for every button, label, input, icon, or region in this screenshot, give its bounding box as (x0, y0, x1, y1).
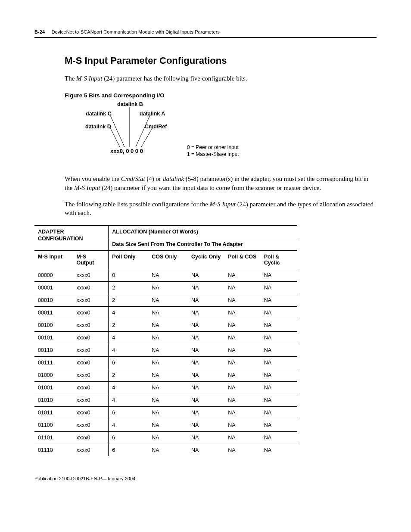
table-cell: NA (224, 344, 261, 357)
table-cell: NA (188, 332, 224, 344)
table-cell: xxxx0 (73, 432, 109, 444)
figure-label-datalink-a: datalink A (140, 111, 165, 117)
text-emph: M-S Input (210, 201, 236, 208)
table-cell: 00110 (34, 344, 73, 357)
table-cell: xxxx0 (73, 307, 109, 319)
table-cell: 4 (109, 344, 148, 357)
th-allocation: ALLOCATION (Number Of Words) (109, 225, 297, 238)
th-poll-only: Poll Only (109, 251, 148, 269)
table-cell: 4 (109, 419, 148, 432)
table-row: 00111xxxx06NANANANA (34, 357, 297, 369)
table-row: 01001xxxx04NANANANA (34, 382, 297, 394)
th-ms-output: M-S Output (73, 251, 109, 269)
table-cell: NA (261, 294, 297, 307)
table-row: 00110xxxx04NANANANA (34, 344, 297, 357)
table-cell: NA (148, 332, 188, 344)
paragraph-table-intro: The following table lists possible confi… (65, 200, 377, 218)
figure-bits-io: datalink B datalink C datalink A datalin… (65, 101, 377, 162)
table-cell: 01010 (34, 394, 73, 407)
table-cell: 01101 (34, 432, 73, 444)
table-cell: 4 (109, 307, 148, 319)
table-cell: NA (261, 407, 297, 419)
table-cell: NA (261, 282, 297, 294)
svg-line-4 (141, 127, 153, 147)
table-cell: xxxx0 (73, 394, 109, 407)
table-cell: xxxx0 (73, 369, 109, 382)
table-row: 01100xxxx04NANANANA (34, 419, 297, 432)
text: (24) parameter has the following five co… (102, 75, 247, 82)
text-emph: Cmd/Stat (121, 175, 145, 182)
table-cell: NA (224, 282, 261, 294)
table-cell: NA (261, 269, 297, 282)
text: (24) parameter if you want the input dat… (100, 184, 321, 191)
table-cell: 2 (109, 319, 148, 332)
svg-line-1 (110, 127, 120, 147)
th-poll-cyclic: Poll & Cyclic (261, 251, 297, 269)
intro-paragraph: The M-S Input (24) parameter has the fol… (65, 74, 377, 83)
table-cell: NA (148, 307, 188, 319)
table-cell: NA (188, 319, 224, 332)
table-cell: xxxx0 (73, 269, 109, 282)
table-cell: 2 (109, 294, 148, 307)
table-cell: 01011 (34, 407, 73, 419)
table-cell: NA (148, 269, 188, 282)
table-cell: NA (261, 432, 297, 444)
table-cell: NA (224, 357, 261, 369)
table-cell: NA (261, 332, 297, 344)
th-ms-input: M-S Input (34, 251, 73, 269)
table-row: 00100xxxx02NANANANA (34, 319, 297, 332)
table-cell: xxxx0 (73, 319, 109, 332)
table-cell: NA (148, 407, 188, 419)
table-cell: NA (261, 419, 297, 432)
running-header: B-24 DeviceNet to SCANport Communication… (34, 29, 377, 38)
table-cell: NA (224, 294, 261, 307)
th-data-size: Data Size Sent From The Controller To Th… (109, 238, 297, 251)
table-cell: NA (188, 269, 224, 282)
figure-bits: xxx0, 0 0 0 0 (110, 148, 143, 154)
table-cell: NA (224, 444, 261, 457)
table-cell: NA (148, 394, 188, 407)
text-emph: M-S Input (74, 184, 100, 191)
table-cell: NA (224, 319, 261, 332)
text: The following table lists possible confi… (65, 201, 210, 208)
table-cell: xxxx0 (73, 382, 109, 394)
table-cell: 01000 (34, 369, 73, 382)
table-cell: NA (224, 407, 261, 419)
text: (4) or (145, 175, 163, 182)
table-cell: NA (261, 394, 297, 407)
table-cell: NA (224, 332, 261, 344)
table-cell: NA (188, 369, 224, 382)
table-row: 00001xxxx02NANANANA (34, 282, 297, 294)
table-cell: NA (188, 357, 224, 369)
table-cell: xxxx0 (73, 294, 109, 307)
th-cos-only: COS Only (148, 251, 188, 269)
table-cell: NA (188, 344, 224, 357)
table-cell: NA (224, 307, 261, 319)
table-row: 00101xxxx04NANANANA (34, 332, 297, 344)
table-cell: NA (224, 382, 261, 394)
table-cell: 4 (109, 394, 148, 407)
table-cell: 2 (109, 282, 148, 294)
table-cell: 6 (109, 357, 148, 369)
text-emph: datalink (163, 175, 184, 182)
running-title: DeviceNet to SCANport Communication Modu… (51, 29, 220, 34)
table-cell: NA (148, 319, 188, 332)
table-cell: NA (261, 307, 297, 319)
table-cell: xxxx0 (73, 419, 109, 432)
table-cell: NA (148, 282, 188, 294)
paragraph-enable: When you enable the Cmd/Stat (4) or data… (65, 174, 377, 192)
table-cell: NA (148, 344, 188, 357)
table-cell: NA (224, 419, 261, 432)
table-row: 01110xxxx06NANANANA (34, 444, 297, 457)
table-cell: NA (224, 269, 261, 282)
table-cell: 00011 (34, 307, 73, 319)
table-row: 01010xxxx04NANANANA (34, 394, 297, 407)
table-cell: NA (188, 294, 224, 307)
config-table: ADAPTER CONFIGURATION ALLOCATION (Number… (34, 225, 297, 456)
table-cell: NA (188, 407, 224, 419)
th-poll-cos: Poll & COS (224, 251, 261, 269)
table-cell: 00001 (34, 282, 73, 294)
table-row: 01101xxxx06NANANANA (34, 432, 297, 444)
table-cell: 4 (109, 382, 148, 394)
table-row: 01000xxxx02NANANANA (34, 369, 297, 382)
